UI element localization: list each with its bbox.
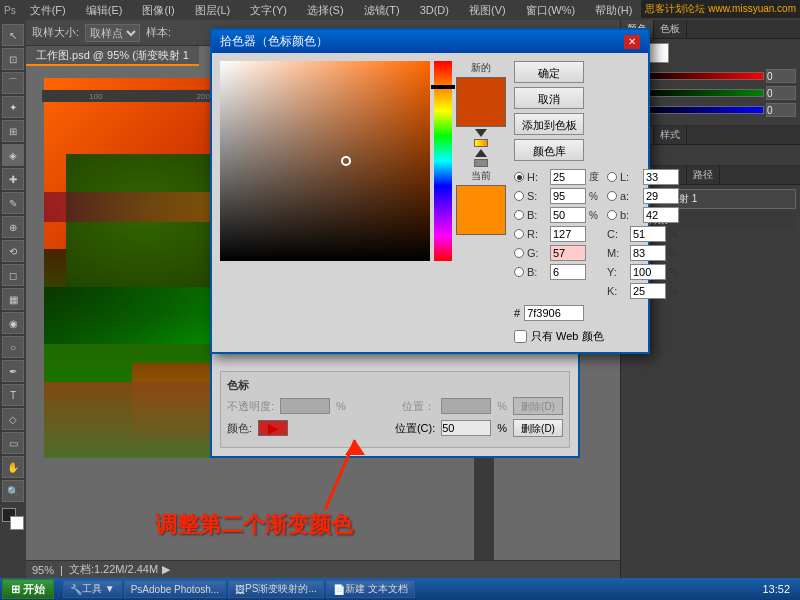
taskbar-item-newdoc[interactable]: 📄 新建 文本文档 (326, 580, 415, 598)
color-gradient-box[interactable] (220, 61, 430, 261)
b-radio[interactable] (514, 210, 524, 220)
h-input[interactable] (550, 169, 586, 185)
foreground-background-colors[interactable] (2, 508, 24, 530)
tool-pen[interactable]: ✒ (2, 360, 24, 382)
taskbar-item-tools[interactable]: 🔧 工具 ▼ (63, 580, 122, 598)
menu-view[interactable]: 视图(V) (463, 1, 512, 20)
h-radio[interactable] (514, 172, 524, 182)
tool-select[interactable]: ⊡ (2, 48, 24, 70)
hue-bar[interactable] (434, 61, 452, 261)
menu-3d[interactable]: 3D(D) (414, 2, 455, 18)
web-colors-checkbox[interactable] (514, 330, 527, 343)
color-previews: 新的 当前 (456, 61, 506, 344)
new-color-swatch[interactable] (456, 77, 506, 127)
l-radio[interactable] (607, 172, 617, 182)
b-value[interactable] (766, 103, 796, 117)
tool-crop[interactable]: ⊞ (2, 120, 24, 142)
b3-input[interactable] (643, 207, 679, 223)
tool-eraser[interactable]: ◻ (2, 264, 24, 286)
menu-window[interactable]: 窗口(W%) (520, 1, 582, 20)
start-button[interactable]: ⊞ 开始 (2, 579, 54, 599)
g-input[interactable] (550, 245, 586, 261)
l-input[interactable] (643, 169, 679, 185)
k-input[interactable] (630, 283, 666, 299)
hex-input[interactable] (524, 305, 584, 321)
menu-image[interactable]: 图像(I) (136, 1, 180, 20)
tool-gradient[interactable]: ▦ (2, 288, 24, 310)
g-radio[interactable] (514, 248, 524, 258)
l-field-row: L: (607, 169, 679, 185)
tab-swatches[interactable]: 色板 (654, 20, 687, 38)
menu-text[interactable]: 文字(Y) (244, 1, 293, 20)
r-input[interactable] (550, 226, 586, 242)
tool-blur[interactable]: ◉ (2, 312, 24, 334)
s-radio[interactable] (514, 191, 524, 201)
cancel-button[interactable]: 取消 (514, 87, 584, 109)
b-input[interactable] (550, 207, 586, 223)
b2-input[interactable] (550, 264, 586, 280)
color-unit: % (497, 422, 507, 434)
b3-radio[interactable] (607, 210, 617, 220)
b-field-row: B: % (514, 207, 599, 223)
ok-button[interactable]: 确定 (514, 61, 584, 83)
tool-text[interactable]: T (2, 384, 24, 406)
app-icon: Ps (4, 5, 16, 16)
color-library-button[interactable]: 颜色库 (514, 139, 584, 161)
tool-path[interactable]: ◇ (2, 408, 24, 430)
taskbar-item-ps[interactable]: Ps Adobe Photosh... (124, 580, 226, 598)
y-input[interactable] (630, 264, 666, 280)
r-value[interactable] (766, 69, 796, 83)
hue-cursor (431, 85, 455, 89)
menu-file[interactable]: 文件(F) (24, 1, 72, 20)
m-input[interactable] (630, 245, 666, 261)
b-unit: % (589, 210, 598, 221)
menu-edit[interactable]: 编辑(E) (80, 1, 129, 20)
y-field-row: Y: % (607, 264, 679, 280)
dialog-close-button[interactable]: ✕ (624, 35, 640, 49)
doc-size: 文档:1.22M/2.44M (69, 562, 158, 577)
gradient-taskbar-icon: 🖼 (235, 584, 245, 595)
a-input[interactable] (643, 188, 679, 204)
gradient-cursor (341, 156, 351, 166)
tool-heal[interactable]: ✚ (2, 168, 24, 190)
gray-swatch (474, 159, 488, 167)
s-input[interactable] (550, 188, 586, 204)
sample-size-select[interactable]: 取样点 (85, 24, 140, 42)
color-preview-btn[interactable]: ▶ (258, 420, 288, 436)
tool-dodge[interactable]: ○ (2, 336, 24, 358)
g-value[interactable] (766, 86, 796, 100)
b2-radio[interactable] (514, 267, 524, 277)
newdoc-icon: 📄 (333, 584, 345, 595)
r-radio[interactable] (514, 229, 524, 239)
position-input-color[interactable] (441, 420, 491, 436)
tool-history[interactable]: ⟲ (2, 240, 24, 262)
tool-brush[interactable]: ✎ (2, 192, 24, 214)
color-icons (456, 129, 506, 167)
tool-lasso[interactable]: ⌒ (2, 72, 24, 94)
tab-paths[interactable]: 路径 (687, 166, 720, 184)
color-stop-title: 色标 (227, 378, 563, 393)
tool-eyedropper[interactable]: ◈ (2, 144, 24, 166)
tool-clone[interactable]: ⊕ (2, 216, 24, 238)
c-input[interactable] (630, 226, 666, 242)
color-picker-dialog: 拾色器（色标颜色） ✕ 新的 当前 (210, 28, 650, 354)
tool-move[interactable]: ↖ (2, 24, 24, 46)
tool-hand[interactable]: ✋ (2, 456, 24, 478)
tool-shape[interactable]: ▭ (2, 432, 24, 454)
document-tab[interactable]: 工作图.psd @ 95% (渐变映射 1 (26, 46, 199, 66)
menu-select[interactable]: 选择(S) (301, 1, 350, 20)
left-toolbar: ↖ ⊡ ⌒ ✦ ⊞ ◈ ✚ ✎ ⊕ ⟲ ◻ ▦ ◉ ○ ✒ T ◇ ▭ ✋ 🔍 (0, 20, 26, 578)
menu-filter[interactable]: 滤镜(T) (358, 1, 406, 20)
menu-layer[interactable]: 图层(L) (189, 1, 236, 20)
tool-wand[interactable]: ✦ (2, 96, 24, 118)
a-field-row: a: (607, 188, 679, 204)
menu-help[interactable]: 帮助(H) (589, 1, 638, 20)
add-to-swatches-button[interactable]: 添加到色板 (514, 113, 584, 135)
delete-color-btn[interactable]: 删除(D) (513, 419, 563, 437)
tool-zoom[interactable]: 🔍 (2, 480, 24, 502)
current-color-swatch[interactable] (456, 185, 506, 235)
a-radio[interactable] (607, 191, 617, 201)
bg-color-swatch[interactable] (649, 43, 669, 63)
taskbar-item-gradient[interactable]: 🖼 PS渐变映射的... (228, 580, 324, 598)
opacity-row: 不透明度: % 位置： % 删除(D) (227, 397, 563, 415)
